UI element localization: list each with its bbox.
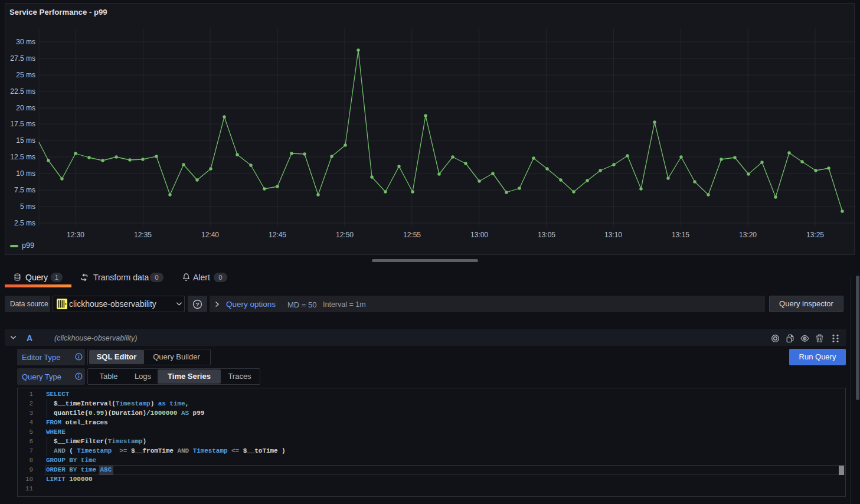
svg-text:?: ? (195, 301, 199, 307)
